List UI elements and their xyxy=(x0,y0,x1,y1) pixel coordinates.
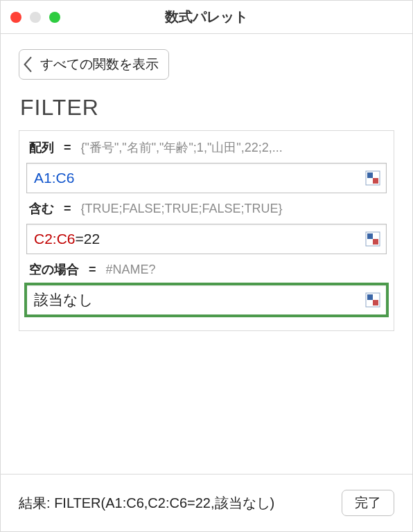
argument-preview: {"番号","名前","年齢";1,"山田",22;2,... xyxy=(81,139,387,156)
titlebar: 数式パレット xyxy=(1,1,412,34)
formula-palette-window: 数式パレット すべての関数を表示 FILTER 配列 = {"番号","名前",… xyxy=(0,0,413,532)
argument-input[interactable]: C2:C6=22 xyxy=(26,224,387,254)
result-text: 結果: FILTER(A1:C6,C2:C6=22,該当なし) xyxy=(19,494,274,513)
arguments-panel: 配列 = {"番号","名前","年齢";1,"山田",22;2,... A1:… xyxy=(19,130,394,331)
argument-label: 配列 xyxy=(29,139,54,156)
function-name: FILTER xyxy=(20,95,394,121)
content-area: すべての関数を表示 FILTER 配列 = {"番号","名前","年齢";1,… xyxy=(1,34,412,474)
argument-row: 含む = {TRUE;FALSE;TRUE;FALSE;TRUE} C2:C6=… xyxy=(26,200,387,254)
argument-input[interactable]: 該当なし xyxy=(26,285,387,315)
window-title: 数式パレット xyxy=(1,8,412,26)
argument-input[interactable]: A1:C6 xyxy=(26,163,387,193)
argument-preview: {TRUE;FALSE;TRUE;FALSE;TRUE} xyxy=(81,202,387,216)
minimize-icon[interactable] xyxy=(30,12,41,23)
range-selector-icon[interactable] xyxy=(365,170,380,186)
argument-label: 含む xyxy=(29,200,54,217)
range-selector-icon[interactable] xyxy=(365,292,380,308)
footer: 結果: FILTER(A1:C6,C2:C6=22,該当なし) 完了 xyxy=(1,474,412,531)
back-button-label: すべての関数を表示 xyxy=(40,55,159,73)
svg-rect-2 xyxy=(373,178,378,184)
svg-rect-7 xyxy=(367,294,373,300)
svg-rect-5 xyxy=(373,239,378,245)
done-button[interactable]: 完了 xyxy=(342,490,394,516)
zoom-icon[interactable] xyxy=(49,12,60,23)
argument-preview: #NAME? xyxy=(106,263,387,277)
argument-ref: A1:C6 xyxy=(34,170,74,186)
window-controls xyxy=(10,12,60,23)
back-button[interactable]: すべての関数を表示 xyxy=(19,49,169,80)
svg-rect-8 xyxy=(373,300,378,305)
chevron-left-icon xyxy=(24,56,33,73)
close-icon[interactable] xyxy=(10,12,21,23)
argument-row: 配列 = {"番号","名前","年齢";1,"山田",22;2,... A1:… xyxy=(26,139,387,193)
range-selector-icon[interactable] xyxy=(365,231,380,247)
argument-label: 空の場合 xyxy=(29,261,79,278)
svg-rect-4 xyxy=(367,233,373,239)
argument-ref: C2:C6 xyxy=(34,231,76,247)
argument-row: 空の場合 = #NAME? 該当なし xyxy=(26,261,387,315)
svg-rect-1 xyxy=(367,172,373,178)
